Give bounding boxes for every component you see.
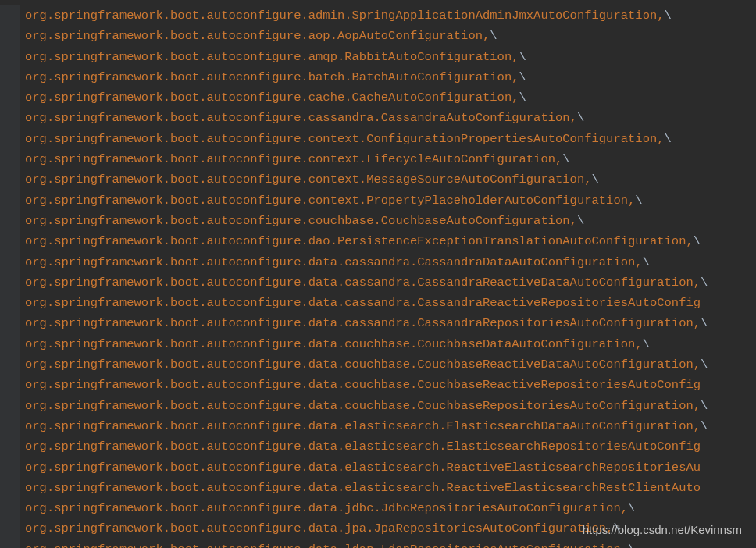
code-line[interactable]: org.springframework.boot.autoconfigure.d… [0, 252, 756, 272]
code-line[interactable]: org.springframework.boot.autoconfigure.d… [0, 436, 756, 457]
line-continuation: \ [701, 419, 708, 433]
gutter [0, 129, 20, 149]
code-line[interactable]: org.springframework.boot.autoconfigure.c… [0, 149, 756, 169]
line-content[interactable]: org.springframework.boot.autoconfigure.d… [20, 252, 650, 272]
config-entry-text: org.springframework.boot.autoconfigure.d… [25, 481, 701, 495]
code-line[interactable]: org.springframework.boot.autoconfigure.d… [0, 334, 756, 354]
gutter [0, 211, 20, 231]
code-line[interactable]: org.springframework.boot.autoconfigure.d… [0, 396, 756, 416]
line-continuation: \ [577, 214, 584, 228]
line-content[interactable]: org.springframework.boot.autoconfigure.c… [20, 129, 672, 149]
line-content[interactable]: org.springframework.boot.autoconfigure.c… [20, 108, 584, 128]
line-content[interactable]: org.springframework.boot.autoconfigure.c… [20, 169, 599, 190]
config-entry-text: org.springframework.boot.autoconfigure.c… [25, 111, 577, 125]
config-entry-text: org.springframework.boot.autoconfigure.d… [25, 234, 694, 248]
line-content[interactable]: org.springframework.boot.autoconfigure.d… [20, 354, 708, 375]
gutter [0, 47, 20, 67]
line-content[interactable]: org.springframework.boot.autoconfigure.c… [20, 87, 526, 108]
line-content[interactable]: org.springframework.boot.autoconfigure.d… [20, 457, 701, 478]
line-continuation: \ [628, 543, 635, 548]
config-entry-text: org.springframework.boot.autoconfigure.d… [25, 276, 701, 290]
line-continuation: \ [643, 255, 650, 269]
config-entry-text: org.springframework.boot.autoconfigure.c… [25, 214, 577, 228]
gutter [0, 313, 20, 333]
config-entry-text: org.springframework.boot.autoconfigure.c… [25, 194, 635, 208]
line-continuation: \ [701, 276, 708, 290]
line-content[interactable]: org.springframework.boot.autoconfigure.d… [20, 231, 701, 251]
line-content[interactable]: org.springframework.boot.autoconfigure.d… [20, 334, 650, 354]
code-line[interactable]: org.springframework.boot.autoconfigure.d… [0, 231, 756, 251]
config-entry-text: org.springframework.boot.autoconfigure.d… [25, 419, 701, 433]
code-line[interactable]: org.springframework.boot.autoconfigure.a… [0, 26, 756, 46]
config-entry-text: org.springframework.boot.autoconfigure.d… [25, 296, 701, 310]
code-line[interactable]: org.springframework.boot.autoconfigure.a… [0, 47, 756, 67]
code-line[interactable]: org.springframework.boot.autoconfigure.d… [0, 354, 756, 375]
line-content[interactable]: org.springframework.boot.autoconfigure.b… [20, 67, 526, 87]
code-line[interactable]: org.springframework.boot.autoconfigure.d… [0, 272, 756, 293]
code-line[interactable]: org.springframework.boot.autoconfigure.c… [0, 108, 756, 128]
watermark-text: https://blog.csdn.net/Kevinnsm [583, 520, 742, 540]
config-entry-text: org.springframework.boot.autoconfigure.d… [25, 337, 643, 351]
line-content[interactable]: org.springframework.boot.autoconfigure.d… [20, 375, 701, 395]
config-entry-text: org.springframework.boot.autoconfigure.c… [25, 173, 592, 187]
gutter [0, 354, 20, 375]
code-line[interactable]: org.springframework.boot.autoconfigure.d… [0, 498, 756, 518]
code-line[interactable]: org.springframework.boot.autoconfigure.d… [0, 293, 756, 313]
gutter [0, 5, 20, 26]
line-content[interactable]: org.springframework.boot.autoconfigure.d… [20, 416, 708, 436]
line-content[interactable]: org.springframework.boot.autoconfigure.a… [20, 26, 497, 46]
code-line[interactable]: org.springframework.boot.autoconfigure.d… [0, 313, 756, 333]
code-line[interactable]: org.springframework.boot.autoconfigure.d… [0, 539, 756, 548]
line-continuation: \ [519, 91, 526, 105]
config-entry-text: org.springframework.boot.autoconfigure.d… [25, 439, 701, 454]
code-line[interactable]: org.springframework.boot.autoconfigure.d… [0, 416, 756, 436]
line-content[interactable]: org.springframework.boot.autoconfigure.c… [20, 190, 643, 211]
line-content[interactable]: org.springframework.boot.autoconfigure.a… [20, 47, 526, 67]
gutter [0, 149, 20, 169]
line-continuation: \ [665, 9, 672, 23]
code-editor[interactable]: org.springframework.boot.autoconfigure.a… [0, 0, 756, 548]
code-line[interactable]: org.springframework.boot.autoconfigure.d… [0, 478, 756, 498]
line-content[interactable]: org.springframework.boot.autoconfigure.d… [20, 272, 708, 293]
config-entry-text: org.springframework.boot.autoconfigure.d… [25, 358, 701, 372]
gutter [0, 190, 20, 211]
gutter [0, 539, 20, 548]
config-entry-text: org.springframework.boot.autoconfigure.d… [25, 461, 701, 475]
gutter [0, 231, 20, 251]
config-entry-text: org.springframework.boot.autoconfigure.d… [25, 378, 701, 392]
code-line[interactable]: org.springframework.boot.autoconfigure.c… [0, 211, 756, 231]
line-content[interactable]: org.springframework.boot.autoconfigure.d… [20, 436, 701, 457]
line-content[interactable]: org.springframework.boot.autoconfigure.d… [20, 293, 701, 313]
gutter [0, 457, 20, 478]
config-entry-text: org.springframework.boot.autoconfigure.c… [25, 91, 519, 105]
gutter [0, 169, 20, 190]
config-entry-text: org.springframework.boot.autoconfigure.d… [25, 501, 628, 515]
line-content[interactable]: org.springframework.boot.autoconfigure.c… [20, 149, 570, 169]
code-line[interactable]: org.springframework.boot.autoconfigure.b… [0, 67, 756, 87]
code-line[interactable]: org.springframework.boot.autoconfigure.d… [0, 375, 756, 395]
code-line[interactable]: org.springframework.boot.autoconfigure.c… [0, 87, 756, 108]
code-line[interactable]: org.springframework.boot.autoconfigure.c… [0, 129, 756, 149]
line-content[interactable]: org.springframework.boot.autoconfigure.d… [20, 498, 635, 518]
line-content[interactable]: org.springframework.boot.autoconfigure.d… [20, 539, 635, 548]
config-entry-text: org.springframework.boot.autoconfigure.c… [25, 152, 562, 166]
gutter [0, 26, 20, 46]
line-continuation: \ [701, 399, 708, 413]
line-continuation: \ [628, 501, 635, 515]
gutter [0, 518, 20, 539]
line-continuation: \ [562, 152, 569, 166]
gutter [0, 478, 20, 498]
line-content[interactable]: org.springframework.boot.autoconfigure.d… [20, 478, 701, 498]
code-line[interactable]: org.springframework.boot.autoconfigure.c… [0, 169, 756, 190]
line-content[interactable]: org.springframework.boot.autoconfigure.d… [20, 396, 708, 416]
line-content[interactable]: org.springframework.boot.autoconfigure.d… [20, 313, 708, 333]
code-line[interactable]: org.springframework.boot.autoconfigure.a… [0, 5, 756, 26]
line-content[interactable]: org.springframework.boot.autoconfigure.d… [20, 518, 621, 539]
code-line[interactable]: org.springframework.boot.autoconfigure.d… [0, 457, 756, 478]
code-line[interactable]: org.springframework.boot.autoconfigure.c… [0, 190, 756, 211]
line-continuation: \ [643, 337, 650, 351]
line-content[interactable]: org.springframework.boot.autoconfigure.c… [20, 211, 584, 231]
line-content[interactable]: org.springframework.boot.autoconfigure.a… [20, 5, 672, 26]
gutter [0, 375, 20, 395]
config-entry-text: org.springframework.boot.autoconfigure.c… [25, 132, 665, 146]
